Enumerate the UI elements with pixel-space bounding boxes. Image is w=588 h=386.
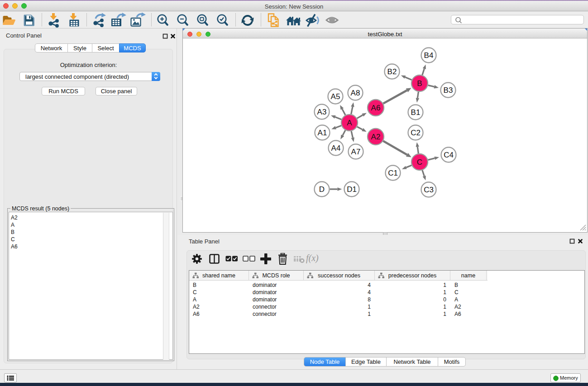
svg-text:B1: B1 <box>411 108 421 117</box>
svg-text:B2: B2 <box>387 67 397 76</box>
svg-text:B3: B3 <box>444 86 453 95</box>
svg-text:A3: A3 <box>317 108 327 116</box>
svg-text:C4: C4 <box>444 151 454 159</box>
svg-text:D: D <box>319 185 325 194</box>
svg-text:C2: C2 <box>411 129 421 137</box>
svg-text:B: B <box>417 79 422 88</box>
svg-text:A7: A7 <box>351 148 361 156</box>
svg-text:A2: A2 <box>371 133 381 141</box>
svg-text:D1: D1 <box>347 185 357 194</box>
svg-text:C: C <box>417 158 422 167</box>
svg-text:A4: A4 <box>331 144 341 152</box>
svg-text:A: A <box>347 119 352 127</box>
svg-text:B4: B4 <box>424 51 434 60</box>
svg-text:A8: A8 <box>351 89 360 97</box>
svg-text:C3: C3 <box>424 186 434 194</box>
svg-text:C1: C1 <box>388 169 398 177</box>
svg-text:A6: A6 <box>371 104 381 112</box>
svg-text:A1: A1 <box>318 129 327 137</box>
svg-text:A5: A5 <box>331 92 340 101</box>
